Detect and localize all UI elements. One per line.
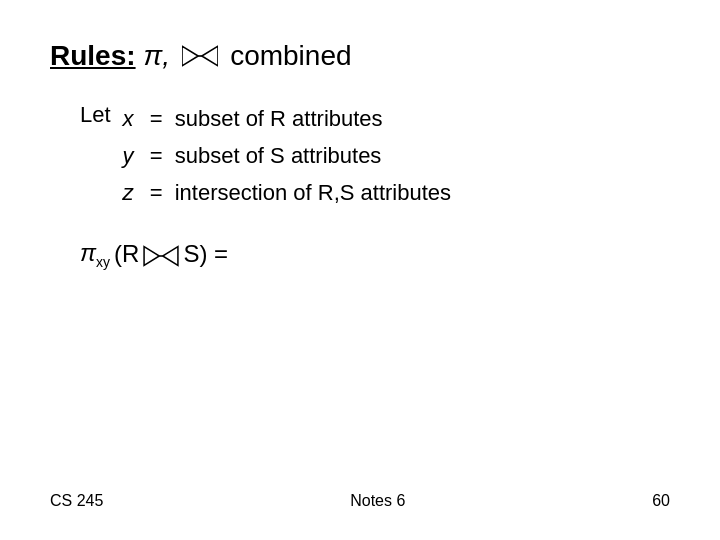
footer-left: CS 245 (50, 492, 103, 510)
desc-x: subset of R attributes (175, 106, 383, 131)
combined-text: combined (230, 40, 351, 72)
var-x: x (123, 106, 134, 131)
desc-y: subset of S attributes (175, 143, 382, 168)
projection-row: πxy (R S) = (80, 239, 670, 270)
let-label: Let (80, 102, 111, 128)
footer-center: Notes 6 (350, 492, 405, 510)
equals-y: = (150, 143, 163, 168)
subscript-xy: xy (96, 254, 110, 270)
s-close-paren-equals: S) = (183, 240, 228, 268)
bowtie-icon (182, 44, 218, 68)
rules-label: Rules: (50, 40, 136, 72)
header-row: Rules: π, combined (50, 40, 670, 72)
var-y: y (123, 143, 134, 168)
pi-comma-symbol: π, (144, 40, 171, 72)
let-row: Let x = subset of R attributes y = subse… (80, 102, 670, 209)
var-row-z: z = intersection of R,S attributes (123, 176, 451, 209)
content-section: Let x = subset of R attributes y = subse… (80, 102, 670, 209)
pi-xy-expression: πxy (80, 239, 110, 270)
svg-marker-0 (182, 46, 198, 66)
open-paren-r: (R (114, 240, 139, 268)
variables-block: x = subset of R attributes y = subset of… (123, 102, 451, 209)
slide: Rules: π, combined Let x = subset of R a… (0, 0, 720, 540)
svg-marker-1 (202, 46, 218, 66)
desc-z: intersection of R,S attributes (175, 180, 451, 205)
pi-main: π (80, 239, 96, 266)
var-row-x: x = subset of R attributes (123, 102, 451, 135)
svg-marker-4 (163, 247, 178, 266)
equals-z: = (150, 180, 163, 205)
equals-x: = (150, 106, 163, 131)
footer: CS 245 Notes 6 60 (50, 492, 670, 510)
bowtie-join-icon (143, 240, 179, 268)
var-row-y: y = subset of S attributes (123, 139, 451, 172)
footer-right: 60 (652, 492, 670, 510)
var-z: z (123, 180, 134, 205)
svg-marker-3 (144, 247, 159, 266)
join-expression: (R S) = (114, 240, 228, 268)
